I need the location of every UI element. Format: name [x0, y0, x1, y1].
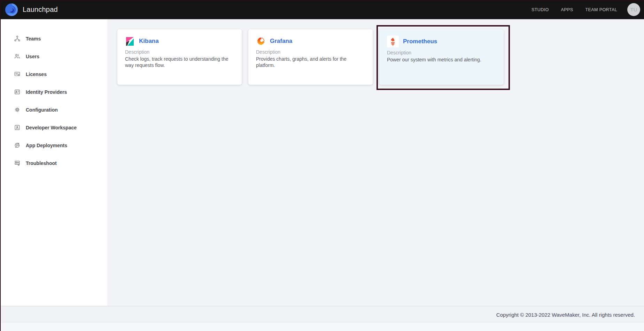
prometheus-icon [387, 36, 399, 47]
avatar-initials: TU [630, 7, 637, 13]
app-title: Launchpad [23, 6, 58, 14]
users-icon [14, 53, 21, 60]
app-card-prometheus[interactable]: Prometheus Description Power our system … [379, 29, 504, 85]
avatar[interactable]: TU [627, 3, 640, 16]
sidebar-item-label: App Deployments [26, 143, 67, 148]
sidebar-item-developer-workspace[interactable]: Developer Workspace [0, 119, 108, 136]
copyright-text: Copyright © 2013-2022 WaveMaker, Inc. Al… [496, 312, 635, 318]
description-text: Power our system with metrics and alerti… [387, 57, 496, 63]
card-title-link[interactable]: Grafana [270, 38, 292, 45]
app-card-kibana[interactable]: Kibana Description Check logs, track req… [117, 29, 242, 85]
nav-studio[interactable]: STUDIO [532, 7, 549, 12]
card-title-link[interactable]: Prometheus [403, 38, 437, 45]
sidebar-item-licenses[interactable]: Licenses [0, 65, 108, 83]
sidebar: Teams Users Licenses [0, 19, 108, 306]
nav-team-portal[interactable]: TEAM PORTAL [585, 7, 617, 12]
troubleshoot-icon [14, 160, 21, 167]
header-brand: Launchpad [0, 3, 58, 16]
description-label: Description [256, 49, 365, 55]
app-card-grafana[interactable]: Grafana Description Provides charts, gra… [248, 29, 373, 85]
description-label: Description [387, 50, 496, 55]
sidebar-item-troubleshoot[interactable]: Troubleshoot [0, 154, 108, 172]
kibana-icon [125, 36, 135, 47]
sidebar-item-label: Troubleshoot [26, 160, 57, 166]
top-header: Launchpad STUDIO APPS TEAM PORTAL TU [0, 0, 644, 19]
card-title-link[interactable]: Kibana [139, 38, 159, 45]
top-nav: STUDIO APPS TEAM PORTAL [532, 7, 617, 12]
sidebar-item-app-deployments[interactable]: App Deployments [0, 136, 108, 154]
sidebar-item-configuration[interactable]: Configuration [0, 101, 108, 119]
grafana-icon [256, 36, 266, 47]
sidebar-item-label: Licenses [26, 72, 47, 77]
app-cards-row: Kibana Description Check logs, track req… [117, 29, 644, 85]
sidebar-item-label: Users [26, 54, 39, 59]
card-head: Kibana [125, 36, 234, 47]
annotation-edge-top [0, 0, 644, 1]
licenses-icon [14, 71, 21, 78]
identity-providers-icon [14, 89, 21, 96]
sidebar-item-identity-providers[interactable]: Identity Providers [0, 83, 108, 101]
wavemaker-logo-icon [5, 3, 18, 16]
card-head: Grafana [256, 36, 365, 47]
annotation-edge-left [0, 0, 1, 331]
description-text: Provides charts, graphs, and alerts for … [256, 56, 365, 69]
description-label: Description [125, 49, 234, 55]
developer-workspace-icon [14, 124, 21, 131]
sidebar-item-label: Configuration [26, 107, 58, 113]
footer: Copyright © 2013-2022 WaveMaker, Inc. Al… [0, 306, 644, 331]
card-head: Prometheus [387, 36, 496, 47]
sidebar-item-teams[interactable]: Teams [0, 30, 108, 47]
description-text: Check logs, track requests to understand… [125, 56, 234, 69]
sidebar-item-label: Teams [26, 36, 41, 42]
configuration-icon [14, 106, 21, 113]
sidebar-item-label: Identity Providers [26, 89, 67, 95]
main-content: Kibana Description Check logs, track req… [108, 19, 644, 306]
sidebar-item-label: Developer Workspace [26, 125, 77, 130]
nav-apps[interactable]: APPS [561, 7, 573, 12]
sidebar-item-users[interactable]: Users [0, 47, 108, 65]
teams-icon [14, 35, 21, 42]
footer-bar: Copyright © 2013-2022 WaveMaker, Inc. Al… [0, 306, 644, 323]
app-deployments-icon [14, 142, 21, 149]
header-actions: STUDIO APPS TEAM PORTAL TU [532, 3, 644, 16]
